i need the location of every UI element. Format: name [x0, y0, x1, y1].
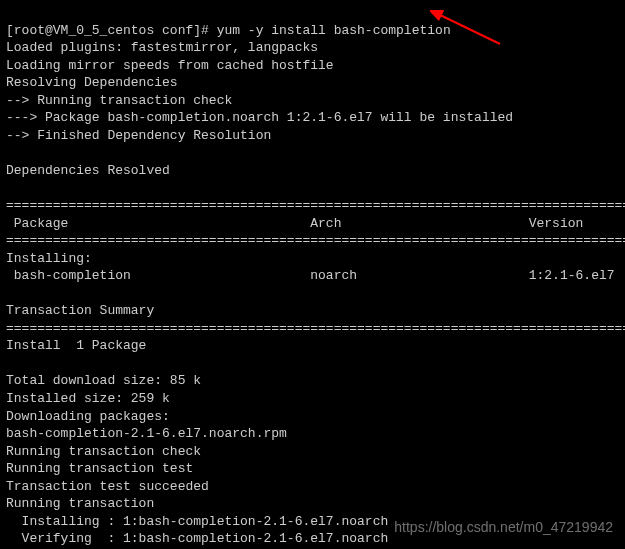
pkg-version: 1:2.1-6.el7: [529, 268, 615, 283]
line-package-install: ---> Package bash-completion.noarch 1:2.…: [6, 110, 513, 125]
line-loading-mirror: Loading mirror speeds from cached hostfi…: [6, 58, 334, 73]
prompt-prefix: [root@VM_0_5_centos conf]#: [6, 23, 217, 38]
divider: ========================================…: [6, 198, 625, 213]
installing-label: Installing:: [6, 251, 92, 266]
header-version: Version: [529, 216, 584, 231]
header-arch: Arch: [310, 216, 341, 231]
terminal-output: [root@VM_0_5_centos conf]# yum -y instal…: [0, 0, 625, 549]
run-txn-check: Running transaction check: [6, 444, 201, 459]
pkg-arch: noarch: [310, 268, 357, 283]
divider: ========================================…: [6, 233, 625, 248]
line-deps-resolved: Dependencies Resolved: [6, 163, 170, 178]
installing-line: Installing : 1:bash-completion-2.1-6.el7…: [6, 514, 388, 529]
line-finished-dep: --> Finished Dependency Resolution: [6, 128, 271, 143]
verifying-line: Verifying : 1:bash-completion-2.1-6.el7.…: [6, 531, 388, 546]
pkg-name: bash-completion: [6, 268, 131, 283]
watermark-text: https://blog.csdn.net/m0_47219942: [394, 518, 613, 537]
run-txn-test: Running transaction test: [6, 461, 193, 476]
txn-summary: Transaction Summary: [6, 303, 154, 318]
line-loaded-plugins: Loaded plugins: fastestmirror, langpacks: [6, 40, 318, 55]
total-dl: Total download size: 85 k: [6, 373, 201, 388]
installed-size: Installed size: 259 k: [6, 391, 170, 406]
install-count: Install 1 Package: [6, 338, 146, 353]
rpm-file: bash-completion-2.1-6.el7.noarch.rpm: [6, 426, 287, 441]
divider: ========================================…: [6, 321, 625, 336]
line-running-check: --> Running transaction check: [6, 93, 232, 108]
downloading: Downloading packages:: [6, 409, 170, 424]
prompt-command: yum -y install bash-completion: [217, 23, 451, 38]
line-resolving: Resolving Dependencies: [6, 75, 178, 90]
header-package: Package: [6, 216, 68, 231]
run-txn: Running transaction: [6, 496, 154, 511]
txn-test-ok: Transaction test succeeded: [6, 479, 209, 494]
